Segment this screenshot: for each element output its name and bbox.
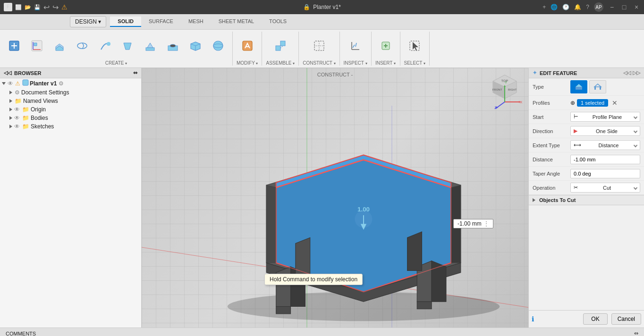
extent-chevron	[634, 143, 637, 147]
solid-extrude-btn[interactable]	[570, 80, 587, 93]
open-btn[interactable]: 📂	[25, 4, 31, 10]
tab-solid[interactable]: SOLID	[110, 17, 141, 27]
browser-root-label: Planter v1	[30, 80, 57, 87]
rib-btn[interactable]	[140, 36, 161, 55]
start-dropdown[interactable]: ⊢ Profile Plane	[570, 112, 640, 122]
browser-doc-settings[interactable]: ⚙ Document Settings	[0, 88, 141, 97]
inspect-btn[interactable]	[345, 36, 366, 55]
user-avatar[interactable]: AP	[594, 2, 603, 12]
construct-group: CONSTRUCT ▾	[299, 32, 339, 66]
operation-value: ✂ Cut	[570, 183, 640, 193]
design-dropdown[interactable]: DESIGN ▾	[70, 16, 106, 27]
close-btn[interactable]: ×	[633, 3, 640, 11]
new-btn[interactable]: ⬜	[15, 4, 22, 10]
svg-line-26	[280, 46, 283, 48]
svg-rect-84	[576, 87, 582, 90]
sphere-btn[interactable]	[208, 36, 229, 55]
svg-rect-12	[146, 48, 154, 50]
redo-btn[interactable]: ↪	[52, 3, 59, 12]
rib-icon	[143, 38, 158, 53]
box-icon	[188, 38, 203, 53]
assemble-btn[interactable]	[270, 36, 291, 55]
start-text: Profile Plane	[593, 114, 622, 120]
svg-point-9	[77, 43, 87, 49]
eye-icon-sketches[interactable]: 👁	[14, 123, 20, 130]
taper-angle-input[interactable]	[570, 169, 640, 178]
hole-btn[interactable]	[162, 36, 183, 55]
browser-expand-btn[interactable]: ⇔	[133, 70, 137, 76]
operation-text: Cut	[603, 185, 611, 191]
revolve-btn[interactable]	[72, 36, 93, 55]
ribbon-tabs: DESIGN ▾ SOLID SURFACE MESH SHEET METAL …	[0, 14, 644, 30]
eye-settings-icon[interactable]: ⚙	[59, 80, 64, 87]
sweep-btn[interactable]	[94, 36, 115, 55]
tab-tools[interactable]: TOOLS	[262, 17, 294, 27]
distance-input[interactable]	[570, 155, 640, 164]
profiles-badge[interactable]: 1 selected	[577, 99, 608, 107]
info-icon[interactable]: ℹ	[532, 315, 534, 323]
revolve-icon	[75, 38, 90, 53]
select-btn[interactable]	[404, 36, 425, 55]
inspect-label: INSPECT ▾	[344, 60, 367, 66]
profile-select-icon: ⊕	[570, 100, 575, 106]
create-sketch-btn[interactable]	[26, 36, 47, 55]
browser-bodies[interactable]: 👁 📁 Bodies	[0, 114, 141, 122]
profiles-clear-btn[interactable]: ✕	[610, 99, 619, 107]
clock-icon: 🕐	[562, 4, 569, 10]
svg-rect-24	[276, 46, 280, 50]
panel-spacer	[529, 205, 644, 310]
browser-header: ◁◁ BROWSER ⇔	[0, 68, 141, 78]
direction-dropdown[interactable]: ▶ One Side	[570, 126, 640, 136]
svg-point-20	[213, 41, 223, 50]
tab-surface[interactable]: SURFACE	[141, 17, 181, 27]
eye-icon[interactable]: 👁	[8, 80, 13, 87]
bodies-label: Bodies	[31, 115, 48, 121]
eye-icon-origin[interactable]: 👁	[14, 106, 20, 113]
new-component-btn[interactable]	[4, 36, 25, 55]
ok-button[interactable]: OK	[583, 313, 607, 325]
start-label: Start	[533, 114, 570, 120]
select-group: SELECT ▾	[400, 32, 430, 66]
extrude-btn[interactable]	[49, 36, 70, 55]
loft-btn[interactable]	[117, 36, 138, 55]
cancel-button[interactable]: Cancel	[611, 313, 641, 325]
insert-btn[interactable]	[375, 36, 396, 55]
browser-origin[interactable]: 👁 📁 Origin	[0, 105, 141, 114]
settings-icon: ⚙	[15, 89, 20, 96]
dimension-menu-btn[interactable]: ⋮	[483, 220, 489, 227]
eye-icon-bodies[interactable]: 👁	[14, 115, 20, 121]
panel-more-btn[interactable]: ▷▷	[633, 70, 640, 76]
comments-expand-btn[interactable]: ⇔	[634, 330, 638, 336]
tab-mesh[interactable]: MESH	[181, 17, 211, 27]
doc-settings-label: Document Settings	[21, 89, 69, 96]
start-row: Start ⊢ Profile Plane	[529, 110, 644, 124]
objects-to-cut-section[interactable]: Objects To Cut	[529, 195, 644, 205]
canvas-area[interactable]: 1.00 -1.00 mm ⋮ Hold Command to modify s…	[142, 68, 528, 328]
create-sketch-icon	[29, 38, 44, 53]
panel-expand-btn[interactable]: ◁◁	[623, 70, 631, 76]
box-btn[interactable]	[185, 36, 206, 55]
operation-dropdown[interactable]: ✂ Cut	[570, 183, 640, 193]
construct-btn[interactable]	[309, 36, 330, 55]
svg-rect-86	[594, 87, 596, 90]
operation-label: Operation	[533, 185, 570, 191]
extent-type-dropdown[interactable]: ⟷ Distance	[570, 140, 640, 150]
select-icon	[407, 38, 422, 53]
tab-sheet-metal[interactable]: SHEET METAL	[211, 17, 262, 27]
thin-extrude-btn[interactable]	[589, 80, 606, 93]
modify-group: MODIFY ▾	[233, 32, 262, 66]
title-bar: F ⬜ 📂 💾 ↩ ↪ ⚠ 🔒 Planter v1* + 🌐 🕐 🔔 ? AP…	[0, 0, 644, 14]
help-btn[interactable]: ?	[586, 4, 589, 10]
browser-root-item[interactable]: 👁 ⚠ Planter v1 ⚙	[0, 78, 141, 88]
minimize-btn[interactable]: −	[608, 3, 616, 11]
add-tab-btn[interactable]: +	[542, 4, 546, 10]
notification-icon[interactable]: 🔔	[574, 4, 581, 10]
modify-btn[interactable]	[237, 36, 258, 55]
undo-btn[interactable]: ↩	[43, 3, 50, 12]
browser-sketches[interactable]: 👁 📁 Sketches	[0, 122, 141, 131]
construct-icon	[312, 38, 327, 53]
maximize-btn[interactable]: □	[620, 3, 628, 11]
browser-named-views[interactable]: 📁 Named Views	[0, 97, 141, 105]
browser-collapse-btn[interactable]: ◁◁	[4, 70, 11, 76]
save-btn[interactable]: 💾	[34, 4, 41, 10]
